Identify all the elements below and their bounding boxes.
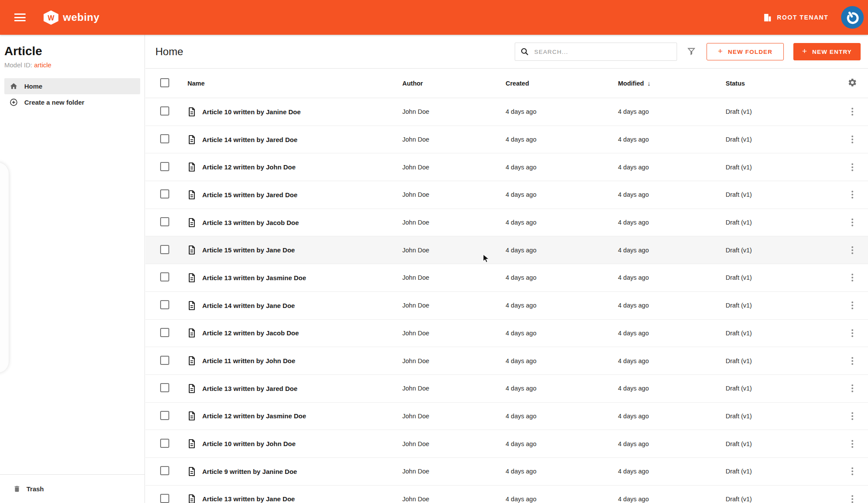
new-entry-button[interactable]: + NEW ENTRY — [793, 43, 861, 60]
row-checkbox[interactable] — [160, 162, 169, 171]
table-row[interactable]: Article 13 written by Jared Doe John Doe… — [145, 375, 868, 403]
document-icon — [187, 439, 196, 449]
document-icon — [187, 356, 196, 366]
entry-modified: 4 days ago — [618, 274, 726, 281]
sidebar-item-home[interactable]: Home — [4, 78, 140, 94]
entry-created: 4 days ago — [506, 108, 618, 115]
plus-icon: + — [718, 46, 723, 56]
entry-modified: 4 days ago — [618, 330, 726, 337]
row-checkbox[interactable] — [160, 106, 169, 116]
document-icon — [187, 190, 196, 200]
table-row[interactable]: Article 12 written by Jacob Doe John Doe… — [145, 320, 868, 347]
entry-name: Article 10 written by Janine Doe — [202, 108, 301, 116]
entry-author: John Doe — [402, 136, 506, 143]
row-checkbox[interactable] — [160, 439, 169, 448]
row-menu-button[interactable] — [849, 410, 856, 423]
table-row[interactable]: Article 13 written by Jasmine Doe John D… — [145, 264, 868, 292]
entry-modified: 4 days ago — [618, 357, 726, 364]
entry-created: 4 days ago — [506, 385, 618, 392]
row-menu-button[interactable] — [849, 216, 856, 229]
table-row[interactable]: Article 10 written by John Doe John Doe … — [145, 430, 868, 458]
document-icon — [187, 218, 196, 228]
table-settings-button[interactable] — [848, 78, 857, 89]
table-row[interactable]: Article 15 written by Jane Doe John Doe … — [145, 236, 868, 264]
column-header-name[interactable]: Name — [187, 80, 205, 87]
entry-modified: 4 days ago — [618, 468, 726, 475]
row-checkbox[interactable] — [160, 411, 169, 420]
search-box — [515, 43, 677, 61]
row-menu-button[interactable] — [849, 133, 856, 146]
row-menu-button[interactable] — [849, 244, 856, 257]
row-menu-button[interactable] — [849, 437, 856, 450]
column-header-author[interactable]: Author — [402, 80, 506, 87]
row-checkbox[interactable] — [160, 466, 169, 475]
document-icon — [187, 273, 196, 283]
filter-button[interactable] — [686, 46, 697, 58]
row-checkbox[interactable] — [160, 356, 169, 365]
row-menu-button[interactable] — [849, 188, 856, 201]
new-folder-button[interactable]: + NEW FOLDER — [707, 43, 784, 60]
table-row[interactable]: Article 14 written by Jared Doe John Doe… — [145, 126, 868, 154]
trash-button[interactable]: Trash — [0, 485, 44, 493]
entry-author: John Doe — [402, 468, 506, 475]
table-row[interactable]: Article 9 written by Janine Doe John Doe… — [145, 458, 868, 486]
table-row[interactable]: Article 11 written by John Doe John Doe … — [145, 347, 868, 375]
row-checkbox[interactable] — [160, 134, 169, 143]
row-menu-button[interactable] — [849, 105, 856, 118]
table-row[interactable]: Article 13 written by Jane Doe John Doe … — [145, 486, 868, 503]
table-row[interactable]: Article 12 written by John Doe John Doe … — [145, 153, 868, 181]
top-app-bar: W webiny ROOT TENANT — [0, 0, 868, 35]
row-menu-button[interactable] — [849, 299, 856, 312]
search-icon — [520, 47, 529, 56]
entry-status: Draft (v1) — [726, 108, 836, 115]
row-checkbox[interactable] — [160, 494, 169, 503]
entries-table: Name Author Created Modified↓ Status — [145, 69, 868, 503]
sidebar-item-create-folder[interactable]: Create a new folder — [4, 94, 140, 110]
column-header-modified[interactable]: Modified↓ — [618, 79, 726, 87]
entry-author: John Doe — [402, 330, 506, 337]
entry-author: John Doe — [402, 164, 506, 171]
row-checkbox[interactable] — [160, 189, 169, 199]
table-row[interactable]: Article 15 written by Jared Doe John Doe… — [145, 181, 868, 209]
svg-text:W: W — [48, 14, 55, 22]
row-menu-button[interactable] — [849, 382, 856, 395]
row-menu-button[interactable] — [849, 161, 856, 174]
row-menu-button[interactable] — [849, 354, 856, 367]
entry-status: Draft (v1) — [726, 413, 836, 420]
row-menu-button[interactable] — [849, 465, 856, 478]
webiny-logo[interactable]: W webiny — [43, 10, 99, 25]
entry-name: Article 12 written by Jacob Doe — [202, 329, 299, 337]
entry-modified: 4 days ago — [618, 219, 726, 226]
table-row[interactable]: Article 13 written by Jacob Doe John Doe… — [145, 209, 868, 237]
table-row[interactable]: Article 12 written by Jasmine Doe John D… — [145, 403, 868, 430]
entry-modified: 4 days ago — [618, 108, 726, 115]
entry-name: Article 11 written by John Doe — [202, 357, 295, 364]
row-checkbox[interactable] — [160, 328, 169, 337]
menu-icon[interactable] — [14, 13, 26, 21]
gear-icon — [848, 78, 857, 87]
row-checkbox[interactable] — [160, 300, 169, 309]
row-menu-button[interactable] — [849, 493, 856, 503]
model-id-value: article — [34, 61, 51, 69]
user-avatar[interactable] — [841, 6, 864, 29]
current-folder-title: Home — [155, 46, 183, 58]
new-folder-label: NEW FOLDER — [728, 49, 773, 55]
column-header-status[interactable]: Status — [726, 80, 836, 87]
row-checkbox[interactable] — [160, 217, 169, 226]
row-menu-button[interactable] — [849, 327, 856, 340]
entry-author: John Doe — [402, 108, 506, 115]
entry-created: 4 days ago — [506, 247, 618, 254]
row-checkbox[interactable] — [160, 245, 169, 254]
row-menu-button[interactable] — [849, 271, 856, 284]
filter-funnel-icon — [686, 46, 697, 57]
row-checkbox[interactable] — [160, 383, 169, 392]
select-all-checkbox[interactable] — [160, 78, 169, 87]
row-checkbox[interactable] — [160, 272, 169, 281]
document-icon — [187, 411, 196, 421]
tenant-selector[interactable]: ROOT TENANT — [763, 13, 829, 23]
column-header-created[interactable]: Created — [506, 80, 618, 87]
entry-author: John Doe — [402, 274, 506, 281]
search-input[interactable] — [529, 43, 677, 60]
table-row[interactable]: Article 10 written by Janine Doe John Do… — [145, 98, 868, 126]
table-row[interactable]: Article 14 written by Jane Doe John Doe … — [145, 292, 868, 320]
